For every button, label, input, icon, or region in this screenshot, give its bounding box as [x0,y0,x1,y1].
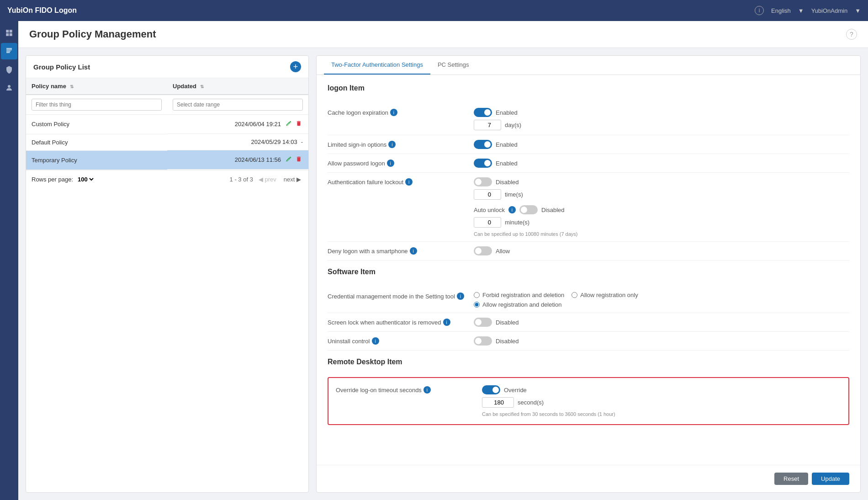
filter-date-cell [167,95,308,115]
svg-rect-2 [6,33,9,36]
user-menu[interactable]: YubiOnAdmin [811,7,848,14]
main-content: Group Policy Management ? Group Policy L… [18,21,868,500]
info-icon[interactable]: i [755,6,764,15]
filter-name-input[interactable] [32,99,162,111]
auth-failure-times-input[interactable] [474,189,501,200]
allow-password-control: Enabled [474,159,849,168]
policy-table: Policy name ⇅ Updated ⇅ [26,78,308,170]
radio-forbid[interactable]: Forbid registration and deletion [474,292,564,298]
cache-logon-info-icon[interactable]: i [390,109,397,116]
auto-unlock-info-icon[interactable]: i [508,206,516,213]
credential-mode-label: Credential management mode in the Settin… [328,292,474,300]
allow-password-info-icon[interactable]: i [387,160,394,167]
limited-signin-control: Enabled [474,140,849,149]
navbar: YubiOn FIDO Logon i English ▼ YubiOnAdmi… [0,0,868,21]
cache-logon-toggle[interactable] [474,108,492,117]
cache-logon-days-input[interactable] [474,120,501,130]
credential-mode-control: Forbid registration and deletion Allow r… [474,292,849,308]
policy-name-cell: Custom Policy [26,115,167,134]
policy-updated-cell: 2024/05/29 14:03 - [167,134,308,150]
page-title: Group Policy Management [29,28,156,40]
limited-signin-toggle[interactable] [474,140,492,149]
auth-failure-unit: time(s) [505,191,523,198]
page-info: 1 - 3 of 3 [230,176,253,183]
tabs: Two-Factor Authentication Settings PC Se… [317,56,860,75]
logon-section-title: logon Item [328,84,849,96]
sort-arrow-name: ⇅ [70,84,74,89]
app-title: YubiOn FIDO Logon [7,6,77,15]
tab-pc-settings[interactable]: PC Settings [430,56,476,74]
svg-rect-4 [6,48,12,49]
table-row[interactable]: Temporary Policy 2024/06/13 11:56 [26,150,308,170]
limited-signin-info-icon[interactable]: i [388,141,396,148]
screen-lock-toggle[interactable] [474,318,492,327]
limited-signin-label: Limited sign-in options i [328,140,474,148]
add-policy-button[interactable]: + [290,61,301,72]
rows-per-page-select[interactable]: 100 50 25 [76,176,95,183]
action-buttons: Reset Update [317,465,860,492]
credential-mode-row: Credential management mode in the Settin… [328,287,849,313]
panel-header: Group Policy List + [26,56,308,78]
uninstall-toggle[interactable] [474,336,492,346]
radio-allow-only[interactable]: Allow registration only [572,292,638,298]
svg-point-8 [8,85,11,88]
screen-lock-row: Screen lock when authenticator is remove… [328,313,849,332]
override-timeout-toggle[interactable] [482,385,500,394]
user-arrow: ▼ [855,7,861,14]
screen-lock-control: Disabled [474,318,849,327]
auto-unlock-sub-label: Auto unlock [474,207,505,213]
sidebar-item-user[interactable] [1,80,17,96]
edit-policy-button[interactable] [285,155,293,165]
allow-password-label: Allow password logon i [328,159,474,167]
screen-lock-toggle-label: Disabled [496,319,519,326]
col-updated[interactable]: Updated ⇅ [167,78,308,95]
prev-page-button[interactable]: ◀ prev [257,175,278,184]
credential-mode-info-icon[interactable]: i [457,293,464,300]
software-section-title: Software Item [328,268,849,280]
auto-unlock-minutes-input[interactable] [474,217,501,228]
left-panel: Group Policy List + Policy name ⇅ Update… [26,55,309,493]
deny-logon-toggle[interactable] [474,246,492,255]
cache-logon-control: Enabled day(s) [474,108,849,130]
limited-signin-toggle-label: Enabled [496,141,518,148]
col-policy-name[interactable]: Policy name ⇅ [26,78,167,95]
cache-logon-row: Cache logon expiration i Enabled [328,103,849,135]
override-timeout-info-icon[interactable]: i [423,386,431,394]
table-row[interactable]: Custom Policy 2024/06/04 19:21 [26,115,308,134]
rows-per-page: Rows per page: 100 50 25 [32,176,95,183]
deny-logon-control: Allow [474,246,849,255]
auth-failure-label: Authentication failure lockout i [328,177,474,186]
sidebar-item-arrows[interactable] [1,476,17,493]
reset-button[interactable]: Reset [774,473,808,485]
deny-logon-info-icon[interactable]: i [410,247,417,255]
sidebar-item-shield[interactable] [1,61,17,78]
allow-password-toggle[interactable] [474,159,492,168]
auth-failure-toggle[interactable] [474,177,492,186]
tab-two-factor[interactable]: Two-Factor Authentication Settings [324,56,430,74]
screen-lock-info-icon[interactable]: i [443,319,450,326]
policy-name-cell: Default Policy [26,134,167,150]
radio-allow-all[interactable]: Allow registration and deletion [474,301,561,308]
override-timeout-seconds-input[interactable] [482,397,514,408]
policy-table-body: Custom Policy 2024/06/04 19:21 Default P… [26,115,308,170]
edit-policy-button[interactable] [285,119,293,129]
delete-policy-button[interactable] [295,119,303,129]
override-timeout-highlight-box: Override log-on timeout seconds i Overr [328,377,849,425]
cache-logon-toggle-label: Enabled [496,109,518,116]
auto-unlock-unit: minute(s) [505,219,529,226]
uninstall-info-icon[interactable]: i [372,337,379,345]
auth-failure-info-icon[interactable]: i [405,178,413,186]
svg-rect-3 [10,33,12,36]
language-selector[interactable]: English [771,7,791,14]
update-button[interactable]: Update [812,473,849,485]
sidebar-item-dashboard[interactable] [1,25,17,41]
filter-name-cell [26,95,167,115]
auto-unlock-toggle[interactable] [519,205,538,214]
page-help-icon[interactable]: ? [846,29,857,40]
filter-date-input[interactable] [173,99,303,111]
sidebar-item-policy[interactable] [1,43,17,59]
table-row[interactable]: Default Policy 2024/05/29 14:03 - [26,134,308,150]
delete-policy-button[interactable] [295,155,303,165]
next-page-button[interactable]: next ▶ [282,175,303,184]
deny-logon-toggle-label: Allow [496,248,510,255]
